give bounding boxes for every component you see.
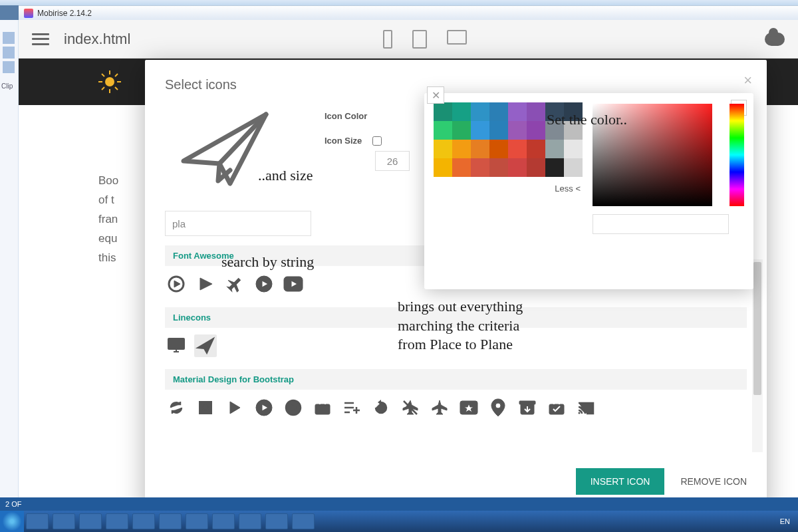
paper-plane-icon[interactable] [194,334,217,357]
color-swatch[interactable] [452,158,471,177]
color-swatch[interactable] [508,102,527,121]
color-swatch[interactable] [545,140,564,158]
play-circle-outline-icon[interactable] [282,396,305,419]
color-swatch[interactable] [508,121,527,140]
taskbar-item[interactable] [132,513,155,529]
category-linecons[interactable]: Linecons [165,307,747,328]
youtube-play-icon[interactable] [282,273,305,295]
language-indicator[interactable]: EN [780,517,790,525]
close-icon[interactable]: × [743,72,752,89]
tablet-icon[interactable] [412,30,427,49]
color-swatch[interactable] [434,140,452,158]
color-swatch[interactable] [545,121,564,140]
svg-line-8 [102,87,104,90]
taskbar-item[interactable] [186,513,208,529]
color-swatch[interactable] [545,102,564,121]
taskbar-item[interactable] [159,513,182,529]
color-swatch[interactable] [527,158,545,177]
color-swatch[interactable] [471,140,489,158]
color-swatch[interactable] [527,102,545,121]
taskbar-item[interactable] [239,513,261,529]
phone-icon[interactable] [383,30,392,49]
color-swatch[interactable] [564,140,583,158]
svg-point-16 [203,405,208,410]
color-swatch[interactable] [489,121,508,140]
category-mdb[interactable]: Material Design for Bootstrap [165,369,747,390]
play-circle-icon[interactable] [253,273,275,295]
place-icon[interactable] [487,396,509,419]
color-swatch[interactable] [564,102,583,121]
archive-down-icon[interactable] [516,396,539,419]
color-swatch[interactable] [527,121,545,140]
airplanemode-off-icon[interactable] [399,396,422,419]
search-input[interactable] [165,211,311,236]
less-toggle[interactable]: Less < [434,184,583,194]
brightness-icon[interactable] [194,396,217,419]
svg-line-6 [115,87,118,90]
color-swatch[interactable] [452,102,471,121]
color-swatch[interactable] [471,158,489,177]
local-play-icon[interactable] [458,396,480,419]
insert-icon-button[interactable]: INSERT ICON [576,468,665,495]
cast-icon[interactable] [575,396,597,419]
taskbar-item[interactable] [79,513,102,529]
cached-icon[interactable] [165,396,188,419]
hex-input[interactable] [593,214,729,234]
airplanemode-on-icon[interactable] [428,396,451,419]
modal-title: Select icons [165,77,747,92]
color-swatch[interactable] [452,140,471,158]
scrollbar[interactable] [752,259,763,452]
start-button[interactable] [0,511,24,532]
icon-size-input[interactable] [375,151,410,171]
device-preview-toggles [383,30,467,49]
color-swatch[interactable] [434,121,452,140]
taskbar-item[interactable] [265,513,288,529]
color-swatch[interactable] [564,158,583,177]
work-icon[interactable] [311,396,334,419]
popover-close-icon[interactable]: ✕ [427,86,444,104]
color-swatch[interactable] [508,140,527,158]
app-title: Mobirise 2.14.2 [37,9,92,18]
svg-point-31 [579,412,581,414]
color-swatch[interactable] [489,102,508,121]
play-icon[interactable] [194,273,217,295]
color-swatch[interactable] [489,158,508,177]
color-swatch[interactable] [434,102,452,121]
taskbar-item[interactable] [53,513,75,529]
office-sidebar-stub: Clip [0,20,19,511]
color-swatch[interactable] [471,121,489,140]
color-picker-popover: ✕ Less < ✕ [424,93,753,289]
menu-button[interactable] [32,33,49,45]
color-swatch[interactable] [545,158,564,177]
icon-size-checkbox[interactable] [372,136,382,146]
replay-icon[interactable] [370,396,392,419]
color-swatch[interactable] [527,140,545,158]
color-swatch[interactable] [489,140,508,158]
taskbar-item[interactable] [292,513,315,529]
color-swatch[interactable] [564,121,583,140]
svg-rect-29 [519,401,535,404]
play-arrow-icon[interactable] [223,396,246,419]
color-swatch[interactable] [508,158,527,177]
color-swatch[interactable] [471,102,489,121]
remove-icon-button[interactable]: REMOVE ICON [680,476,747,487]
taskbar-item[interactable] [26,513,49,529]
taskbar-item[interactable] [212,513,235,529]
desktop-icon[interactable] [447,30,467,45]
publish-icon[interactable] [765,33,785,46]
color-swatch[interactable] [452,121,471,140]
briefcase-check-icon[interactable] [545,396,568,419]
display-icon[interactable] [165,334,188,357]
mobirise-header: index.html [19,20,798,59]
plane-icon[interactable] [223,273,246,295]
play-circle-o-icon[interactable] [165,273,188,295]
color-swatch[interactable] [434,158,452,177]
playlist-add-icon[interactable] [340,396,363,419]
linecons-icons [165,328,747,360]
hue-slider[interactable] [730,104,744,206]
saturation-lightness-picker[interactable] [593,104,712,206]
taskbar-item[interactable] [106,513,128,529]
svg-point-27 [495,403,501,408]
icon-color-label: Icon Color [325,111,410,121]
play-circle-filled-icon[interactable] [253,396,275,419]
